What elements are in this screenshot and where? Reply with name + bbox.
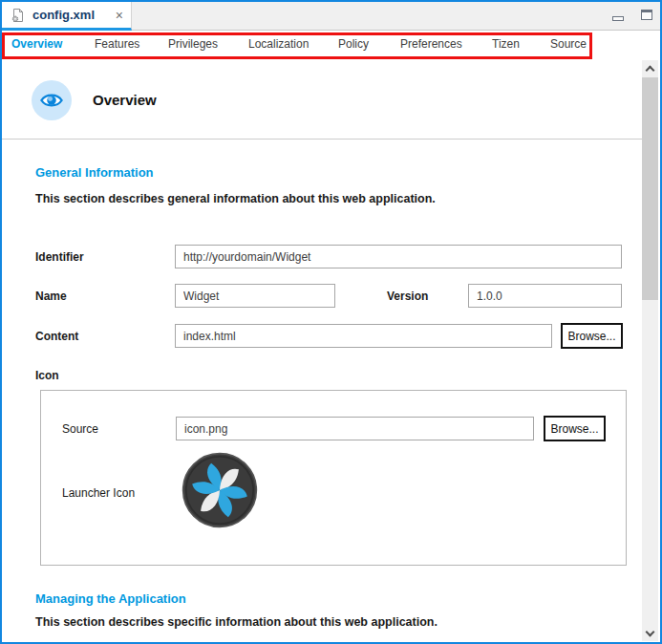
identifier-label: Identifier — [35, 250, 84, 264]
chevron-up-icon — [646, 65, 655, 75]
version-input[interactable] — [468, 284, 622, 308]
version-label: Version — [387, 290, 428, 303]
icon-group-label: Icon — [35, 369, 59, 382]
editor-window: config.xml × Overview Features Privilege… — [0, 0, 662, 644]
editor-tab-config-xml[interactable]: config.xml × — [2, 2, 132, 31]
page-title: Overview — [93, 92, 157, 108]
overview-form-page: Overview General Information This sectio… — [2, 59, 660, 642]
close-icon[interactable]: × — [116, 9, 123, 22]
minimize-icon[interactable] — [612, 16, 624, 21]
content-input[interactable] — [175, 324, 552, 348]
maximize-icon[interactable] — [641, 10, 652, 20]
name-label: Name — [35, 290, 67, 303]
scroll-up-button[interactable] — [642, 60, 658, 76]
page-title-icon-badge — [32, 80, 72, 120]
icon-source-input[interactable] — [176, 417, 534, 440]
header-divider — [2, 139, 642, 140]
name-input[interactable] — [175, 284, 335, 308]
tab-tizen[interactable]: Tizen — [492, 37, 520, 51]
content-label: Content — [35, 330, 78, 343]
form-tab-bar: Overview Features Privileges Localizatio… — [2, 31, 644, 59]
launcher-icon-label: Launcher Icon — [62, 486, 135, 500]
icon-groupbox: Source Browse... Launcher Icon — [40, 390, 627, 566]
editor-tab-strip: config.xml × — [2, 2, 660, 31]
managing-application-description: This section describes specific informat… — [35, 615, 438, 629]
identifier-input[interactable] — [175, 245, 622, 268]
general-information-description: This section describes general informati… — [35, 192, 436, 205]
icon-source-browse-button[interactable]: Browse... — [544, 416, 606, 441]
tab-policy[interactable]: Policy — [338, 37, 369, 51]
tab-preferences[interactable]: Preferences — [400, 37, 462, 51]
vertical-scrollbar[interactable] — [642, 60, 658, 641]
managing-application-heading: Managing the Application — [35, 591, 186, 606]
general-information-heading: General Information — [35, 165, 154, 180]
scrollbar-thumb[interactable] — [642, 77, 658, 300]
xml-config-file-icon — [11, 8, 26, 23]
tab-source[interactable]: Source — [550, 37, 587, 51]
tizen-pinwheel-icon — [182, 452, 258, 528]
chevron-down-icon — [646, 627, 655, 636]
editor-tab-title: config.xml — [32, 8, 95, 22]
tab-privileges[interactable]: Privileges — [168, 37, 218, 51]
eye-icon — [39, 88, 64, 113]
content-browse-button[interactable]: Browse... — [561, 323, 623, 349]
tab-features[interactable]: Features — [95, 37, 139, 51]
tab-localization[interactable]: Localization — [248, 37, 309, 51]
tab-overview[interactable]: Overview — [11, 37, 62, 51]
icon-source-label: Source — [62, 422, 98, 436]
scroll-down-button[interactable] — [642, 625, 658, 641]
